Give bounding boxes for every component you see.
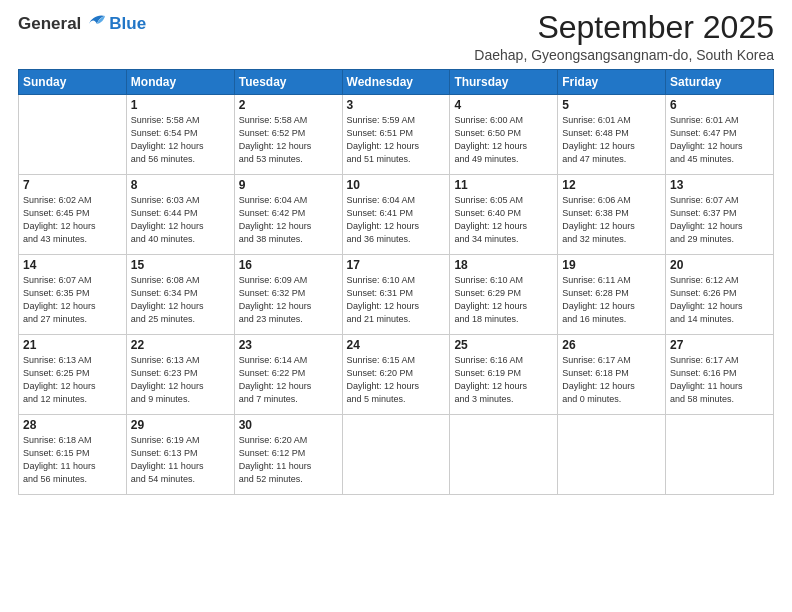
day-info: Sunrise: 6:18 AMSunset: 6:15 PMDaylight:… xyxy=(23,434,122,486)
day-info: Sunrise: 6:00 AMSunset: 6:50 PMDaylight:… xyxy=(454,114,553,166)
title-area: September 2025 Daehap, Gyeongsangsangnam… xyxy=(474,10,774,63)
logo-general: General xyxy=(18,14,81,34)
daylight-text: Daylight: 12 hoursand 40 minutes. xyxy=(131,220,230,246)
sunset-text: Sunset: 6:54 PM xyxy=(131,127,230,140)
day-info: Sunrise: 6:17 AMSunset: 6:18 PMDaylight:… xyxy=(562,354,661,406)
header-thursday: Thursday xyxy=(450,70,558,95)
daylight-text: Daylight: 11 hoursand 54 minutes. xyxy=(131,460,230,486)
calendar-cell: 10Sunrise: 6:04 AMSunset: 6:41 PMDayligh… xyxy=(342,175,450,255)
sunset-text: Sunset: 6:44 PM xyxy=(131,207,230,220)
day-info: Sunrise: 6:07 AMSunset: 6:35 PMDaylight:… xyxy=(23,274,122,326)
sunrise-text: Sunrise: 6:01 AM xyxy=(670,114,769,127)
day-number: 23 xyxy=(239,338,338,352)
calendar-week-row: 7Sunrise: 6:02 AMSunset: 6:45 PMDaylight… xyxy=(19,175,774,255)
calendar-cell: 9Sunrise: 6:04 AMSunset: 6:42 PMDaylight… xyxy=(234,175,342,255)
daylight-text: Daylight: 12 hoursand 45 minutes. xyxy=(670,140,769,166)
calendar-cell: 24Sunrise: 6:15 AMSunset: 6:20 PMDayligh… xyxy=(342,335,450,415)
day-number: 1 xyxy=(131,98,230,112)
daylight-text: Daylight: 12 hoursand 53 minutes. xyxy=(239,140,338,166)
day-info: Sunrise: 6:08 AMSunset: 6:34 PMDaylight:… xyxy=(131,274,230,326)
calendar-cell: 6Sunrise: 6:01 AMSunset: 6:47 PMDaylight… xyxy=(666,95,774,175)
daylight-text: Daylight: 12 hoursand 56 minutes. xyxy=(131,140,230,166)
header-friday: Friday xyxy=(558,70,666,95)
calendar-cell: 8Sunrise: 6:03 AMSunset: 6:44 PMDaylight… xyxy=(126,175,234,255)
sunset-text: Sunset: 6:45 PM xyxy=(23,207,122,220)
calendar-cell: 30Sunrise: 6:20 AMSunset: 6:12 PMDayligh… xyxy=(234,415,342,495)
sunrise-text: Sunrise: 6:17 AM xyxy=(562,354,661,367)
sunset-text: Sunset: 6:31 PM xyxy=(347,287,446,300)
day-info: Sunrise: 6:11 AMSunset: 6:28 PMDaylight:… xyxy=(562,274,661,326)
day-number: 10 xyxy=(347,178,446,192)
sunrise-text: Sunrise: 6:08 AM xyxy=(131,274,230,287)
calendar-cell xyxy=(558,415,666,495)
sunset-text: Sunset: 6:35 PM xyxy=(23,287,122,300)
sunrise-text: Sunrise: 6:11 AM xyxy=(562,274,661,287)
calendar-cell: 3Sunrise: 5:59 AMSunset: 6:51 PMDaylight… xyxy=(342,95,450,175)
daylight-text: Daylight: 12 hoursand 47 minutes. xyxy=(562,140,661,166)
calendar-week-row: 21Sunrise: 6:13 AMSunset: 6:25 PMDayligh… xyxy=(19,335,774,415)
calendar-cell: 4Sunrise: 6:00 AMSunset: 6:50 PMDaylight… xyxy=(450,95,558,175)
day-info: Sunrise: 5:58 AMSunset: 6:54 PMDaylight:… xyxy=(131,114,230,166)
sunset-text: Sunset: 6:32 PM xyxy=(239,287,338,300)
calendar-header-row: Sunday Monday Tuesday Wednesday Thursday… xyxy=(19,70,774,95)
calendar-cell: 25Sunrise: 6:16 AMSunset: 6:19 PMDayligh… xyxy=(450,335,558,415)
day-number: 22 xyxy=(131,338,230,352)
sunrise-text: Sunrise: 6:06 AM xyxy=(562,194,661,207)
sunrise-text: Sunrise: 6:20 AM xyxy=(239,434,338,447)
logo-area: General Blue xyxy=(18,10,146,37)
sunrise-text: Sunrise: 6:19 AM xyxy=(131,434,230,447)
logo-blue: Blue xyxy=(109,14,146,34)
calendar-cell: 15Sunrise: 6:08 AMSunset: 6:34 PMDayligh… xyxy=(126,255,234,335)
sunset-text: Sunset: 6:22 PM xyxy=(239,367,338,380)
sunrise-text: Sunrise: 6:09 AM xyxy=(239,274,338,287)
sunset-text: Sunset: 6:52 PM xyxy=(239,127,338,140)
day-number: 19 xyxy=(562,258,661,272)
sunrise-text: Sunrise: 6:01 AM xyxy=(562,114,661,127)
sunset-text: Sunset: 6:29 PM xyxy=(454,287,553,300)
sunrise-text: Sunrise: 6:17 AM xyxy=(670,354,769,367)
day-info: Sunrise: 6:04 AMSunset: 6:42 PMDaylight:… xyxy=(239,194,338,246)
sunrise-text: Sunrise: 5:58 AM xyxy=(239,114,338,127)
day-number: 20 xyxy=(670,258,769,272)
calendar-cell: 12Sunrise: 6:06 AMSunset: 6:38 PMDayligh… xyxy=(558,175,666,255)
sunset-text: Sunset: 6:13 PM xyxy=(131,447,230,460)
sunset-text: Sunset: 6:50 PM xyxy=(454,127,553,140)
daylight-text: Daylight: 12 hoursand 14 minutes. xyxy=(670,300,769,326)
sunrise-text: Sunrise: 5:58 AM xyxy=(131,114,230,127)
calendar-cell: 17Sunrise: 6:10 AMSunset: 6:31 PMDayligh… xyxy=(342,255,450,335)
day-info: Sunrise: 6:20 AMSunset: 6:12 PMDaylight:… xyxy=(239,434,338,486)
daylight-text: Daylight: 11 hoursand 52 minutes. xyxy=(239,460,338,486)
day-info: Sunrise: 6:06 AMSunset: 6:38 PMDaylight:… xyxy=(562,194,661,246)
header-tuesday: Tuesday xyxy=(234,70,342,95)
day-info: Sunrise: 6:03 AMSunset: 6:44 PMDaylight:… xyxy=(131,194,230,246)
day-number: 27 xyxy=(670,338,769,352)
day-number: 2 xyxy=(239,98,338,112)
day-number: 21 xyxy=(23,338,122,352)
day-number: 12 xyxy=(562,178,661,192)
daylight-text: Daylight: 12 hoursand 36 minutes. xyxy=(347,220,446,246)
day-info: Sunrise: 6:04 AMSunset: 6:41 PMDaylight:… xyxy=(347,194,446,246)
daylight-text: Daylight: 11 hoursand 56 minutes. xyxy=(23,460,122,486)
day-info: Sunrise: 6:02 AMSunset: 6:45 PMDaylight:… xyxy=(23,194,122,246)
sunset-text: Sunset: 6:28 PM xyxy=(562,287,661,300)
day-number: 8 xyxy=(131,178,230,192)
day-info: Sunrise: 6:09 AMSunset: 6:32 PMDaylight:… xyxy=(239,274,338,326)
sunrise-text: Sunrise: 6:04 AM xyxy=(239,194,338,207)
sunrise-text: Sunrise: 6:10 AM xyxy=(347,274,446,287)
calendar-table: Sunday Monday Tuesday Wednesday Thursday… xyxy=(18,69,774,495)
daylight-text: Daylight: 11 hoursand 58 minutes. xyxy=(670,380,769,406)
day-info: Sunrise: 6:07 AMSunset: 6:37 PMDaylight:… xyxy=(670,194,769,246)
sunset-text: Sunset: 6:51 PM xyxy=(347,127,446,140)
page-title: September 2025 xyxy=(474,10,774,45)
day-number: 30 xyxy=(239,418,338,432)
sunrise-text: Sunrise: 6:13 AM xyxy=(131,354,230,367)
sunset-text: Sunset: 6:38 PM xyxy=(562,207,661,220)
header-monday: Monday xyxy=(126,70,234,95)
daylight-text: Daylight: 12 hoursand 51 minutes. xyxy=(347,140,446,166)
day-info: Sunrise: 5:59 AMSunset: 6:51 PMDaylight:… xyxy=(347,114,446,166)
sunrise-text: Sunrise: 6:16 AM xyxy=(454,354,553,367)
calendar-cell: 26Sunrise: 6:17 AMSunset: 6:18 PMDayligh… xyxy=(558,335,666,415)
day-number: 17 xyxy=(347,258,446,272)
daylight-text: Daylight: 12 hoursand 43 minutes. xyxy=(23,220,122,246)
day-number: 14 xyxy=(23,258,122,272)
